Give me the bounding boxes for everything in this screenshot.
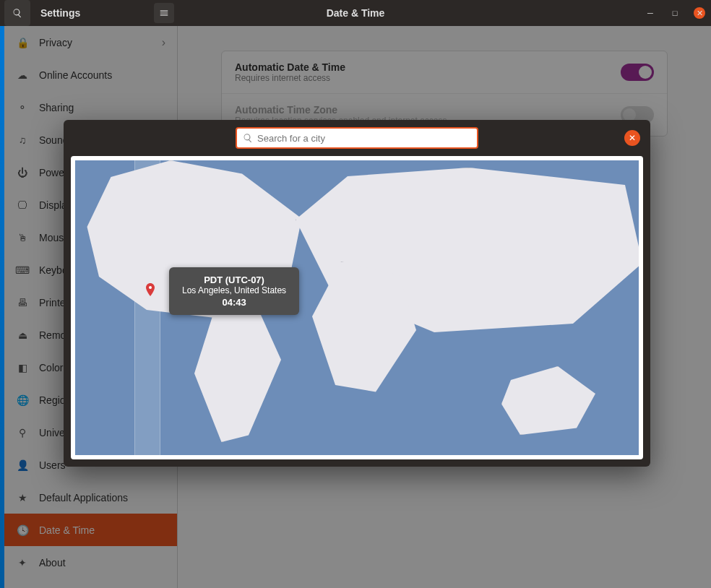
minimize-button[interactable]: ─: [645, 7, 656, 19]
search-icon: [12, 8, 22, 18]
page-title: Date & Time: [327, 7, 385, 19]
city-search-field[interactable]: [236, 127, 478, 149]
dialog-header: ✕: [64, 120, 650, 156]
map-container: PDT (UTC-07) Los Angeles, United States …: [71, 156, 643, 459]
city-search-input[interactable]: [257, 133, 471, 144]
close-button[interactable]: ✕: [694, 7, 705, 19]
search-icon: [243, 133, 253, 143]
landmass-sa: [184, 305, 292, 442]
timezone-dialog: ✕ PDT (UTC-07) Los Angeles, United State…: [64, 120, 650, 467]
location-pin-icon: [146, 283, 155, 296]
hamburger-menu-button[interactable]: [154, 3, 174, 23]
tooltip-timezone: PDT (UTC-07): [182, 274, 286, 285]
dialog-close-button[interactable]: ✕: [624, 130, 640, 146]
timezone-map[interactable]: PDT (UTC-07) Los Angeles, United States …: [75, 160, 639, 455]
hamburger-icon: [159, 8, 169, 18]
landmass-au: [501, 366, 595, 435]
timezone-tooltip: PDT (UTC-07) Los Angeles, United States …: [169, 267, 299, 315]
tooltip-time: 04:43: [182, 297, 286, 308]
settings-title: Settings: [40, 7, 80, 19]
maximize-button[interactable]: □: [669, 7, 681, 19]
search-button[interactable]: [4, 0, 30, 26]
window-titlebar: Settings Date & Time ─ □ ✕: [0, 0, 711, 26]
svg-point-0: [149, 286, 152, 289]
tooltip-location: Los Angeles, United States: [182, 285, 286, 295]
